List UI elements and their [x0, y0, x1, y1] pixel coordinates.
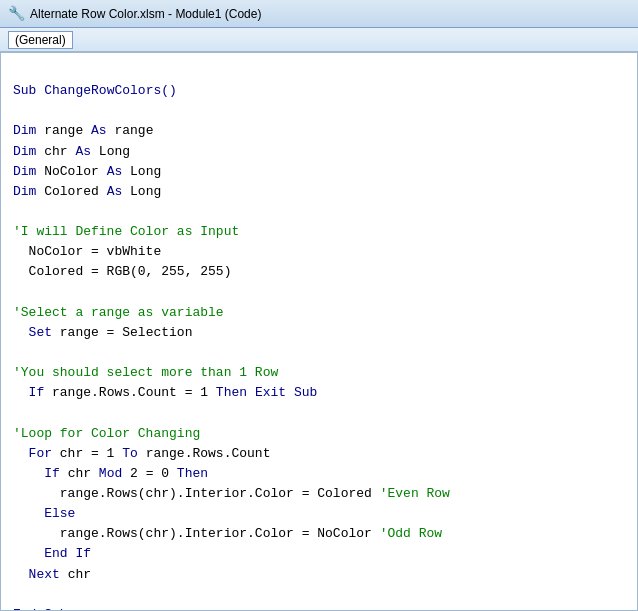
code-token [13, 546, 44, 561]
code-line: Dim NoColor As Long [13, 162, 625, 182]
code-token [247, 385, 255, 400]
code-blank-line [13, 61, 625, 81]
code-token [13, 567, 29, 582]
code-token: chr [60, 567, 91, 582]
code-token: Sub [13, 83, 44, 98]
code-line: Dim chr As Long [13, 142, 625, 162]
code-token: chr [60, 466, 99, 481]
code-token [13, 466, 44, 481]
code-token: 'You should select more than 1 Row [13, 365, 278, 380]
code-line: range.Rows(chr).Interior.Color = Colored… [13, 484, 625, 504]
code-token: NoColor [44, 164, 106, 179]
code-token: 2 = 0 [122, 466, 177, 481]
title-bar: 🔧 Alternate Row Color.xlsm - Module1 (Co… [0, 0, 638, 28]
code-token: range.Rows.Count [138, 446, 271, 461]
code-token: Dim [13, 123, 44, 138]
code-line: 'Loop for Color Changing [13, 424, 625, 444]
code-token [13, 385, 29, 400]
code-token: Long [91, 144, 130, 159]
code-token: 'Even Row [380, 486, 450, 501]
code-line: Next chr [13, 565, 625, 585]
code-blank-line [13, 283, 625, 303]
code-token: As [91, 123, 107, 138]
code-line: Dim Colored As Long [13, 182, 625, 202]
code-blank-line [13, 101, 625, 121]
code-line: Set range = Selection [13, 323, 625, 343]
menu-bar: (General) [0, 28, 638, 52]
code-token: range.Rows(chr).Interior.Color = NoColor [13, 526, 380, 541]
code-token: To [122, 446, 138, 461]
code-token: chr = 1 [52, 446, 122, 461]
code-token: 'Loop for Color Changing [13, 426, 200, 441]
code-line: 'You should select more than 1 Row [13, 363, 625, 383]
code-editor[interactable]: Sub ChangeRowColors()Dim range As rangeD… [0, 52, 638, 611]
code-token: As [107, 184, 123, 199]
code-token: If [44, 466, 60, 481]
code-token: Mod [99, 466, 122, 481]
code-token [13, 446, 29, 461]
code-token: Dim [13, 164, 44, 179]
code-line: End Sub [13, 605, 625, 611]
code-blank-line [13, 585, 625, 605]
window-title: Alternate Row Color.xlsm - Module1 (Code… [30, 7, 261, 21]
code-token: Else [44, 506, 75, 521]
code-token: As [75, 144, 91, 159]
code-token: range = Selection [52, 325, 192, 340]
code-blank-line [13, 403, 625, 423]
code-token: range [107, 123, 154, 138]
code-line: If range.Rows.Count = 1 Then Exit Sub [13, 383, 625, 403]
app-icon: 🔧 [8, 6, 24, 22]
code-line: NoColor = vbWhite [13, 242, 625, 262]
code-token: For [29, 446, 52, 461]
code-line: If chr Mod 2 = 0 Then [13, 464, 625, 484]
code-token: Dim [13, 144, 44, 159]
code-line: End If [13, 544, 625, 564]
code-token: range.Rows(chr).Interior.Color = Colored [13, 486, 380, 501]
code-token: As [107, 164, 123, 179]
code-token: Long [122, 164, 161, 179]
code-token: ChangeRowColors() [44, 83, 177, 98]
code-line: 'I will Define Color as Input [13, 222, 625, 242]
code-line: Sub ChangeRowColors() [13, 81, 625, 101]
code-token: Set [29, 325, 52, 340]
code-token: chr [44, 144, 75, 159]
code-line: range.Rows(chr).Interior.Color = NoColor… [13, 524, 625, 544]
code-line: Dim range As range [13, 121, 625, 141]
code-line: 'Select a range as variable [13, 303, 625, 323]
code-token: Next [29, 567, 60, 582]
code-token: NoColor = vbWhite [13, 244, 161, 259]
code-token: End If [44, 546, 91, 561]
code-token: Then [177, 466, 208, 481]
code-token: 'Odd Row [380, 526, 442, 541]
code-token: Then [216, 385, 247, 400]
code-token: End Sub [13, 607, 68, 611]
code-line: Else [13, 504, 625, 524]
general-dropdown[interactable]: (General) [8, 31, 73, 49]
code-token: range [44, 123, 91, 138]
code-token: Exit Sub [255, 385, 317, 400]
code-line: Colored = RGB(0, 255, 255) [13, 262, 625, 282]
code-token [13, 506, 44, 521]
code-blank-line [13, 343, 625, 363]
code-token: If [29, 385, 45, 400]
code-token: 'Select a range as variable [13, 305, 224, 320]
code-blank-line [13, 202, 625, 222]
code-token [13, 325, 29, 340]
code-token: Dim [13, 184, 44, 199]
code-token: Colored = RGB(0, 255, 255) [13, 264, 231, 279]
code-token: Long [122, 184, 161, 199]
code-token: 'I will Define Color as Input [13, 224, 239, 239]
code-token: Colored [44, 184, 106, 199]
code-line: For chr = 1 To range.Rows.Count [13, 444, 625, 464]
code-token: range.Rows.Count = 1 [44, 385, 216, 400]
